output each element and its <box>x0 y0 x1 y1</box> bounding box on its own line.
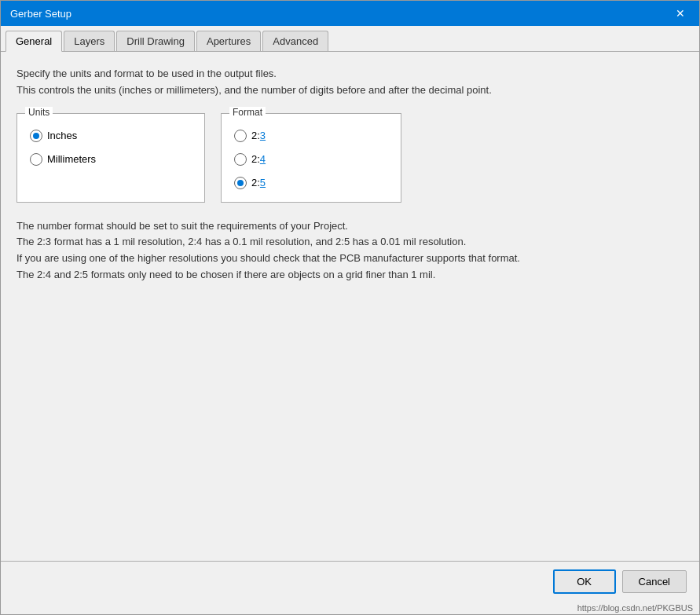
tab-apertures[interactable]: Apertures <box>196 31 261 51</box>
units-group: Units Inches Millimeters <box>16 113 205 203</box>
radio-format-23-indicator <box>234 130 247 142</box>
radio-millimeters[interactable]: Millimeters <box>30 153 192 166</box>
footer-url: https://blog.csdn.net/PKGBUS <box>1 602 699 614</box>
format-group: Format 2:3 2:4 2:5 <box>221 113 401 203</box>
info-line4: The 2:4 and 2:5 formats only need to be … <box>16 267 684 284</box>
content-area: Specify the units and format to be used … <box>1 52 699 561</box>
radio-format-25-label: 2:5 <box>251 177 266 189</box>
tab-drill-drawing[interactable]: Drill Drawing <box>116 31 195 51</box>
dialog-title: Gerber Setup <box>10 8 71 20</box>
description: Specify the units and format to be used … <box>16 66 684 99</box>
radio-format-24-label: 2:4 <box>251 153 266 165</box>
radio-format-23[interactable]: 2:3 <box>234 130 388 142</box>
tab-bar: General Layers Drill Drawing Apertures A… <box>1 26 699 52</box>
format-group-title: Format <box>229 107 266 118</box>
radio-format-23-label: 2:3 <box>251 130 266 141</box>
radio-millimeters-indicator <box>30 153 42 166</box>
info-line1: The number format should be set to suit … <box>16 218 684 235</box>
radio-format-24-indicator <box>234 153 247 166</box>
radio-inches-indicator <box>30 130 42 142</box>
tab-general[interactable]: General <box>5 31 62 52</box>
info-text: The number format should be set to suit … <box>16 218 684 284</box>
radio-inches[interactable]: Inches <box>30 130 192 142</box>
tab-layers[interactable]: Layers <box>64 31 115 51</box>
info-line2: The 2:3 format has a 1 mil resolution, 2… <box>16 234 684 251</box>
bottom-bar: OK Cancel <box>1 561 699 602</box>
description-line2: This controls the units (inches or milli… <box>16 82 684 99</box>
radio-inches-label: Inches <box>47 130 77 141</box>
ok-button[interactable]: OK <box>553 569 616 594</box>
radio-format-25[interactable]: 2:5 <box>234 177 388 189</box>
cancel-button[interactable]: Cancel <box>622 570 687 593</box>
info-line3: If you are using one of the higher resol… <box>16 251 684 267</box>
title-bar: Gerber Setup ✕ <box>1 1 699 26</box>
units-group-title: Units <box>25 107 53 118</box>
description-line1: Specify the units and format to be used … <box>16 66 684 82</box>
tab-advanced[interactable]: Advanced <box>262 31 328 51</box>
close-button[interactable]: ✕ <box>671 4 690 23</box>
radio-millimeters-label: Millimeters <box>47 153 96 165</box>
radio-format-25-indicator <box>234 177 247 189</box>
settings-row: Units Inches Millimeters Format 2:3 <box>16 113 684 203</box>
gerber-setup-dialog: Gerber Setup ✕ General Layers Drill Draw… <box>0 0 700 615</box>
radio-format-24[interactable]: 2:4 <box>234 153 388 166</box>
